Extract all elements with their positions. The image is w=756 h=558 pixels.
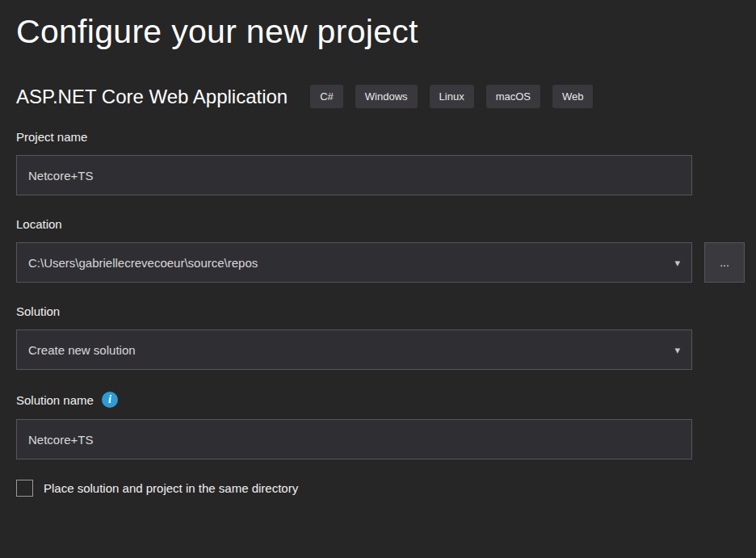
same-directory-row: Place solution and project in the same d… — [16, 480, 745, 497]
location-field: Location C:\Users\gabriellecrevecoeur\so… — [16, 217, 745, 283]
solution-field: Solution Create new solution ▾ — [16, 304, 745, 370]
solution-dropdown[interactable]: Create new solution ▾ — [16, 329, 692, 370]
solution-label: Solution — [16, 304, 745, 318]
chevron-down-icon[interactable]: ▾ — [666, 344, 680, 356]
location-value: C:\Users\gabriellecrevecoeur\source\repo… — [28, 256, 258, 270]
project-name-input[interactable] — [16, 155, 692, 195]
solution-name-label-row: Solution name i — [16, 392, 745, 408]
page-title: Configure your new project — [16, 13, 745, 51]
tag-windows: Windows — [355, 85, 418, 108]
solution-name-label: Solution name — [16, 393, 94, 407]
configure-project-page: Configure your new project ASP.NET Core … — [0, 0, 756, 497]
same-directory-checkbox[interactable] — [16, 480, 33, 497]
same-directory-label[interactable]: Place solution and project in the same d… — [44, 481, 298, 495]
chevron-down-icon[interactable]: ▾ — [666, 257, 680, 269]
solution-name-input[interactable] — [16, 419, 692, 459]
tag-web: Web — [552, 85, 594, 108]
project-name-field: Project name — [16, 130, 745, 195]
tag-linux: Linux — [430, 85, 474, 108]
solution-name-field: Solution name i — [16, 392, 745, 459]
browse-button[interactable]: ... — [704, 242, 745, 283]
project-type-name: ASP.NET Core Web Application — [16, 86, 288, 108]
solution-value: Create new solution — [28, 343, 136, 357]
project-type-tags: C# Windows Linux macOS Web — [310, 85, 593, 108]
project-type-row: ASP.NET Core Web Application C# Windows … — [16, 85, 745, 108]
location-label: Location — [16, 217, 745, 231]
tag-csharp: C# — [310, 85, 343, 108]
project-name-label: Project name — [16, 130, 745, 144]
location-combobox[interactable]: C:\Users\gabriellecrevecoeur\source\repo… — [16, 242, 692, 283]
location-row: C:\Users\gabriellecrevecoeur\source\repo… — [16, 242, 745, 283]
tag-macos: macOS — [486, 85, 540, 108]
info-icon[interactable]: i — [102, 392, 118, 408]
